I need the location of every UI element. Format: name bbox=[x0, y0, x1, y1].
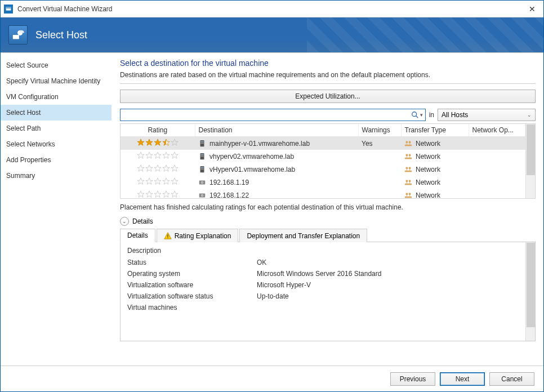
star-icon bbox=[171, 152, 179, 159]
nav-select-networks[interactable]: Select Networks bbox=[1, 136, 112, 152]
table-row[interactable]: vhyperv02.vmwarehome.lab Network bbox=[121, 150, 525, 163]
nav-select-host[interactable]: Select Host bbox=[1, 105, 112, 121]
cell-network-opt bbox=[469, 189, 525, 199]
server-icon bbox=[198, 140, 206, 148]
cancel-button[interactable]: Cancel bbox=[489, 372, 534, 386]
svg-point-5 bbox=[412, 112, 416, 117]
warning-icon bbox=[164, 232, 172, 240]
in-label: in bbox=[429, 111, 434, 119]
star-icon bbox=[145, 177, 153, 185]
next-button[interactable]: Next bbox=[440, 372, 485, 386]
svg-rect-37 bbox=[405, 183, 412, 185]
search-dropdown-icon[interactable]: ▾ bbox=[420, 112, 423, 118]
banner-icon bbox=[8, 25, 28, 44]
svg-rect-31 bbox=[409, 167, 411, 169]
table-row[interactable]: mainhyper-v-01.vmwarehome.lab Yes Networ… bbox=[121, 137, 525, 150]
server-icon bbox=[198, 153, 206, 161]
tab-deployment-explanation[interactable]: Deployment and Transfer Explanation bbox=[239, 229, 367, 242]
scroll-thumb[interactable] bbox=[527, 124, 535, 175]
detail-value: Microsoft Windows Server 2016 Standard bbox=[257, 270, 381, 278]
details-scrollbar[interactable] bbox=[525, 242, 535, 341]
svg-rect-2 bbox=[6, 7, 11, 8]
svg-rect-45 bbox=[405, 196, 412, 198]
scope-combo[interactable]: All Hosts ⌄ bbox=[438, 109, 536, 121]
cell-transfer-type: Network bbox=[401, 163, 469, 176]
svg-rect-12 bbox=[406, 141, 408, 143]
details-label: Details bbox=[132, 217, 153, 225]
star-icon bbox=[154, 164, 162, 172]
table-row[interactable]: 192.168.1.22 Network bbox=[121, 189, 525, 199]
placement-status: Placement has finished calculating ratin… bbox=[120, 203, 536, 211]
star-icon bbox=[145, 152, 153, 159]
page-heading: Select a destination for the virtual mac… bbox=[120, 59, 536, 68]
banner: Select Host bbox=[1, 17, 543, 52]
star-icon bbox=[137, 152, 145, 159]
svg-rect-30 bbox=[406, 167, 408, 169]
nav-select-source[interactable]: Select Source bbox=[1, 57, 112, 73]
col-warnings[interactable]: Warnings bbox=[358, 124, 401, 137]
star-icon bbox=[162, 190, 170, 198]
tab-rating-explanation[interactable]: Rating Explanation bbox=[157, 229, 239, 242]
hosts-table: Rating Destination Warnings Transfer Typ… bbox=[120, 123, 536, 199]
col-rating[interactable]: Rating bbox=[121, 124, 195, 137]
star-icon bbox=[162, 164, 170, 172]
svg-rect-18 bbox=[200, 155, 203, 155]
search-input[interactable] bbox=[121, 109, 411, 121]
col-network-opt[interactable]: Network Op... bbox=[469, 124, 525, 137]
detail-label: Operating system bbox=[127, 270, 257, 278]
svg-rect-46 bbox=[406, 193, 408, 195]
detail-label: Status bbox=[127, 259, 257, 266]
star-icon bbox=[145, 164, 153, 172]
tab-rating-label: Rating Explanation bbox=[175, 232, 231, 240]
search-row: ▾ in All Hosts ⌄ bbox=[120, 109, 536, 121]
table-row[interactable]: vHyperv01.vmwarehome.lab Network bbox=[121, 163, 525, 176]
cell-warnings bbox=[358, 189, 401, 199]
tab-details-label: Details bbox=[127, 231, 148, 239]
search-controls: ▾ bbox=[411, 111, 425, 119]
svg-line-6 bbox=[416, 116, 418, 118]
content-area: Select Source Specify Virtual Machine Id… bbox=[1, 52, 543, 366]
star-icon bbox=[171, 139, 179, 146]
col-destination[interactable]: Destination bbox=[195, 124, 358, 137]
hosts-scrollbar[interactable] bbox=[525, 124, 535, 198]
nav-add-properties[interactable]: Add Properties bbox=[1, 152, 112, 168]
svg-point-44 bbox=[202, 195, 202, 195]
cell-destination: 192.168.1.22 bbox=[195, 189, 358, 199]
svg-rect-38 bbox=[406, 180, 408, 182]
tab-details[interactable]: Details bbox=[120, 229, 155, 242]
svg-rect-21 bbox=[406, 154, 408, 156]
star-icon bbox=[145, 139, 153, 146]
cell-transfer-type: Network bbox=[401, 150, 469, 163]
scroll-thumb[interactable] bbox=[527, 243, 535, 327]
table-header-row: Rating Destination Warnings Transfer Typ… bbox=[121, 124, 525, 137]
details-toggle-icon[interactable]: ⌄ bbox=[120, 217, 129, 226]
expected-utilization-button[interactable]: Expected Utilization... bbox=[120, 90, 536, 103]
chevron-down-icon: ⌄ bbox=[527, 112, 532, 118]
detail-label: Virtualization software status bbox=[127, 292, 257, 300]
banner-title: Select Host bbox=[35, 29, 87, 41]
svg-rect-29 bbox=[405, 170, 412, 172]
star-icon bbox=[171, 164, 179, 172]
network-icon bbox=[404, 179, 412, 186]
search-icon[interactable] bbox=[411, 111, 419, 119]
detail-value: OK bbox=[257, 259, 266, 266]
nav-summary[interactable]: Summary bbox=[1, 168, 112, 184]
star-icon bbox=[137, 164, 145, 172]
detail-value: Up-to-date bbox=[257, 292, 289, 300]
col-transfer-type[interactable]: Transfer Type bbox=[401, 124, 469, 137]
cell-destination: vHyperv01.vmwarehome.lab bbox=[195, 163, 358, 176]
detail-label: Virtual machines bbox=[127, 304, 257, 311]
nav-vm-configuration[interactable]: VM Configuration bbox=[1, 89, 112, 105]
cell-network-opt bbox=[469, 163, 525, 176]
close-button[interactable]: ✕ bbox=[521, 1, 543, 17]
main-panel: Select a destination for the virtual mac… bbox=[112, 53, 543, 366]
svg-rect-26 bbox=[200, 167, 203, 167]
network-icon bbox=[404, 140, 412, 148]
nav-specify-identity[interactable]: Specify Virtual Machine Identity bbox=[1, 73, 112, 89]
svg-rect-39 bbox=[409, 180, 411, 182]
previous-button[interactable]: Previous bbox=[390, 372, 435, 386]
details-header: ⌄ Details bbox=[120, 217, 536, 226]
cell-destination: vhyperv02.vmwarehome.lab bbox=[195, 150, 358, 163]
table-row[interactable]: 192.168.1.19 Network bbox=[121, 176, 525, 189]
nav-select-path[interactable]: Select Path bbox=[1, 121, 112, 136]
